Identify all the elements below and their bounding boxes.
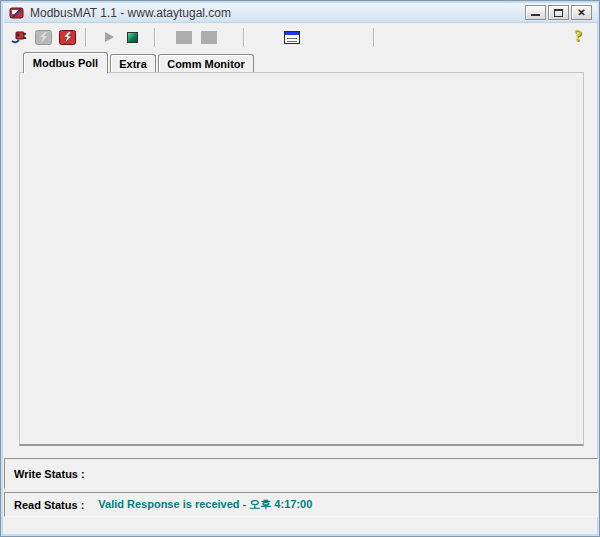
connect-disabled-icon: [35, 30, 52, 45]
help-button[interactable]: ?: [568, 26, 588, 46]
toolbar-separator: [243, 28, 245, 47]
stop-polling-icon: [127, 32, 138, 43]
toolbar-separator: [373, 28, 375, 47]
read-status-panel: Read Status : Valid Response is received…: [4, 492, 598, 517]
comm-window-icon: [284, 31, 300, 44]
maximize-button[interactable]: [548, 5, 569, 20]
disabled-icon-1: [176, 31, 192, 44]
app-icon[interactable]: [9, 6, 24, 20]
tab-label: Extra: [119, 58, 147, 70]
minimize-icon: [531, 14, 540, 16]
toolbar-separator: [85, 28, 87, 47]
connect-button[interactable]: [9, 28, 29, 46]
tab-label: Comm Monitor: [167, 58, 245, 70]
window-title: ModbusMAT 1.1 - www.ataytugal.com: [30, 6, 231, 20]
disconnect-icon: [59, 30, 76, 45]
tab-modbus-poll[interactable]: Modbus Poll: [23, 52, 108, 73]
help-icon: ?: [574, 27, 582, 45]
disconnect-button[interactable]: [57, 28, 77, 46]
stop-polling-toolbar-button[interactable]: [125, 30, 139, 44]
toolbar-separator: [154, 28, 156, 47]
close-button[interactable]: ✕: [571, 5, 592, 20]
comm-window-button[interactable]: [283, 30, 301, 44]
maximize-icon: [554, 9, 563, 17]
connect-alt-button-disabled[interactable]: [33, 28, 53, 46]
tab-label: Modbus Poll: [33, 57, 98, 69]
read-status-label: Read Status :: [14, 499, 84, 511]
modbus-poll-page: [19, 72, 584, 446]
toolbar-disabled-button-2[interactable]: [200, 30, 218, 44]
write-status-panel: Write Status :: [4, 458, 598, 489]
app-window: ModbusMAT 1.1 - www.ataytugal.com ✕: [0, 0, 600, 537]
minimize-button[interactable]: [525, 5, 546, 20]
read-status-value: Valid Response is received - 오후 4:17:00: [98, 497, 312, 512]
title-bar: ModbusMAT 1.1 - www.ataytugal.com ✕: [4, 3, 598, 23]
tab-extra[interactable]: Extra: [110, 54, 156, 72]
close-icon: ✕: [577, 8, 585, 18]
connect-icon: [10, 29, 28, 45]
toolbar-disabled-button-1[interactable]: [175, 30, 193, 44]
write-status-label: Write Status :: [14, 468, 85, 480]
start-polling-icon: [105, 32, 114, 42]
start-polling-toolbar-button[interactable]: [102, 29, 116, 45]
tab-comm-monitor[interactable]: Comm Monitor: [158, 54, 254, 72]
disabled-icon-2: [201, 31, 217, 44]
